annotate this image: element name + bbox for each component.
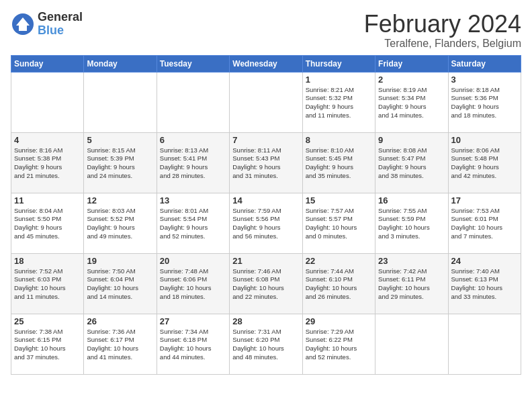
day-header-sunday: Sunday — [11, 55, 84, 72]
day-info: Sunrise: 7:40 AM Sunset: 6:13 PM Dayligh… — [451, 267, 518, 302]
day-header-saturday: Saturday — [448, 55, 521, 72]
calendar-cell: 5Sunrise: 8:15 AM Sunset: 5:39 PM Daylig… — [84, 132, 157, 193]
calendar-cell: 26Sunrise: 7:36 AM Sunset: 6:17 PM Dayli… — [84, 314, 157, 374]
week-row-3: 11Sunrise: 8:04 AM Sunset: 5:50 PM Dayli… — [11, 193, 521, 253]
day-number: 27 — [160, 316, 226, 326]
day-number: 23 — [378, 256, 445, 266]
day-number: 19 — [87, 256, 153, 266]
day-number: 15 — [306, 195, 372, 205]
day-number: 29 — [306, 316, 372, 326]
calendar-cell: 20Sunrise: 7:48 AM Sunset: 6:06 PM Dayli… — [157, 253, 229, 314]
day-number: 28 — [232, 316, 299, 326]
day-info: Sunrise: 7:55 AM Sunset: 5:59 PM Dayligh… — [378, 207, 445, 241]
calendar-cell: 21Sunrise: 7:46 AM Sunset: 6:08 PM Dayli… — [230, 253, 302, 314]
day-header-monday: Monday — [84, 55, 157, 72]
week-row-1: 1Sunrise: 8:21 AM Sunset: 5:32 PM Daylig… — [11, 72, 521, 132]
calendar-cell: 16Sunrise: 7:55 AM Sunset: 5:59 PM Dayli… — [375, 193, 448, 253]
day-info: Sunrise: 7:53 AM Sunset: 6:01 PM Dayligh… — [451, 207, 518, 241]
day-info: Sunrise: 8:04 AM Sunset: 5:50 PM Dayligh… — [14, 207, 81, 241]
day-info: Sunrise: 7:38 AM Sunset: 6:15 PM Dayligh… — [14, 328, 81, 362]
day-info: Sunrise: 7:46 AM Sunset: 6:08 PM Dayligh… — [232, 267, 299, 302]
day-info: Sunrise: 8:06 AM Sunset: 5:48 PM Dayligh… — [451, 146, 518, 181]
day-info: Sunrise: 7:52 AM Sunset: 6:03 PM Dayligh… — [14, 267, 81, 302]
calendar-cell — [375, 314, 448, 374]
calendar-cell: 9Sunrise: 8:08 AM Sunset: 5:47 PM Daylig… — [375, 132, 448, 193]
day-info: Sunrise: 7:36 AM Sunset: 6:17 PM Dayligh… — [87, 328, 153, 362]
day-info: Sunrise: 8:18 AM Sunset: 5:36 PM Dayligh… — [451, 86, 518, 120]
day-number: 2 — [378, 75, 445, 85]
calendar-cell — [84, 72, 157, 132]
day-number: 1 — [306, 75, 372, 85]
calendar-cell: 18Sunrise: 7:52 AM Sunset: 6:03 PM Dayli… — [11, 253, 84, 314]
day-info: Sunrise: 7:42 AM Sunset: 6:11 PM Dayligh… — [378, 267, 445, 302]
day-info: Sunrise: 7:59 AM Sunset: 5:56 PM Dayligh… — [232, 207, 299, 241]
calendar-cell — [230, 72, 302, 132]
calendar-cell: 10Sunrise: 8:06 AM Sunset: 5:48 PM Dayli… — [448, 132, 521, 193]
day-info: Sunrise: 8:11 AM Sunset: 5:43 PM Dayligh… — [232, 146, 299, 181]
day-info: Sunrise: 8:16 AM Sunset: 5:38 PM Dayligh… — [14, 146, 81, 181]
day-number: 4 — [14, 135, 81, 145]
day-number: 9 — [378, 135, 445, 145]
day-number: 12 — [87, 195, 153, 205]
day-number: 10 — [451, 135, 518, 145]
day-number: 8 — [306, 135, 372, 145]
week-row-2: 4Sunrise: 8:16 AM Sunset: 5:38 PM Daylig… — [11, 132, 521, 193]
day-info: Sunrise: 8:21 AM Sunset: 5:32 PM Dayligh… — [306, 86, 372, 120]
day-number: 5 — [87, 135, 153, 145]
week-row-5: 25Sunrise: 7:38 AM Sunset: 6:15 PM Dayli… — [11, 314, 521, 374]
calendar-cell: 27Sunrise: 7:34 AM Sunset: 6:18 PM Dayli… — [157, 314, 229, 374]
calendar-cell: 8Sunrise: 8:10 AM Sunset: 5:45 PM Daylig… — [302, 132, 375, 193]
day-number: 17 — [451, 195, 518, 205]
day-info: Sunrise: 7:34 AM Sunset: 6:18 PM Dayligh… — [160, 328, 226, 362]
day-info: Sunrise: 8:03 AM Sunset: 5:52 PM Dayligh… — [87, 207, 153, 241]
day-number: 16 — [378, 195, 445, 205]
calendar-cell: 3Sunrise: 8:18 AM Sunset: 5:36 PM Daylig… — [448, 72, 521, 132]
calendar-cell: 6Sunrise: 8:13 AM Sunset: 5:41 PM Daylig… — [157, 132, 229, 193]
calendar-cell — [448, 314, 521, 374]
day-headers: SundayMondayTuesdayWednesdayThursdayFrid… — [11, 55, 521, 72]
calendar-cell: 1Sunrise: 8:21 AM Sunset: 5:32 PM Daylig… — [302, 72, 375, 132]
day-header-tuesday: Tuesday — [157, 55, 229, 72]
calendar-cell: 19Sunrise: 7:50 AM Sunset: 6:04 PM Dayli… — [84, 253, 157, 314]
day-info: Sunrise: 8:13 AM Sunset: 5:41 PM Dayligh… — [160, 146, 226, 181]
day-header-wednesday: Wednesday — [230, 55, 302, 72]
day-number: 24 — [451, 256, 518, 266]
day-header-thursday: Thursday — [302, 55, 375, 72]
calendar-cell: 12Sunrise: 8:03 AM Sunset: 5:52 PM Dayli… — [84, 193, 157, 253]
day-number: 11 — [14, 195, 81, 205]
day-info: Sunrise: 8:01 AM Sunset: 5:54 PM Dayligh… — [160, 207, 226, 241]
day-info: Sunrise: 7:50 AM Sunset: 6:04 PM Dayligh… — [87, 267, 153, 302]
calendar-cell: 7Sunrise: 8:11 AM Sunset: 5:43 PM Daylig… — [230, 132, 302, 193]
day-number: 18 — [14, 256, 81, 266]
calendar-cell: 14Sunrise: 7:59 AM Sunset: 5:56 PM Dayli… — [230, 193, 302, 253]
day-number: 6 — [160, 135, 226, 145]
calendar-cell: 17Sunrise: 7:53 AM Sunset: 6:01 PM Dayli… — [448, 193, 521, 253]
day-info: Sunrise: 8:08 AM Sunset: 5:47 PM Dayligh… — [378, 146, 445, 181]
calendar-cell: 23Sunrise: 7:42 AM Sunset: 6:11 PM Dayli… — [375, 253, 448, 314]
calendar-title: February 2024 — [364, 11, 521, 38]
calendar-cell — [157, 72, 229, 132]
day-info: Sunrise: 8:15 AM Sunset: 5:39 PM Dayligh… — [87, 146, 153, 181]
calendar-cell: 28Sunrise: 7:31 AM Sunset: 6:20 PM Dayli… — [230, 314, 302, 374]
calendar-table: SundayMondayTuesdayWednesdayThursdayFrid… — [11, 55, 521, 375]
day-number: 7 — [232, 135, 299, 145]
day-info: Sunrise: 7:48 AM Sunset: 6:06 PM Dayligh… — [160, 267, 226, 302]
week-row-4: 18Sunrise: 7:52 AM Sunset: 6:03 PM Dayli… — [11, 253, 521, 314]
day-info: Sunrise: 7:44 AM Sunset: 6:10 PM Dayligh… — [306, 267, 372, 302]
day-info: Sunrise: 7:29 AM Sunset: 6:22 PM Dayligh… — [306, 328, 372, 362]
day-number: 25 — [14, 316, 81, 326]
calendar-cell: 4Sunrise: 8:16 AM Sunset: 5:38 PM Daylig… — [11, 132, 84, 193]
day-number: 13 — [160, 195, 226, 205]
calendar-cell: 24Sunrise: 7:40 AM Sunset: 6:13 PM Dayli… — [448, 253, 521, 314]
day-header-friday: Friday — [375, 55, 448, 72]
day-info: Sunrise: 8:19 AM Sunset: 5:34 PM Dayligh… — [378, 86, 445, 120]
calendar-cell — [11, 72, 84, 132]
logo: General Blue — [11, 11, 83, 38]
calendar-subtitle: Teralfene, Flanders, Belgium — [364, 38, 521, 50]
calendar-cell: 15Sunrise: 7:57 AM Sunset: 5:57 PM Dayli… — [302, 193, 375, 253]
calendar-cell: 13Sunrise: 8:01 AM Sunset: 5:54 PM Dayli… — [157, 193, 229, 253]
day-info: Sunrise: 8:10 AM Sunset: 5:45 PM Dayligh… — [306, 146, 372, 181]
day-info: Sunrise: 7:57 AM Sunset: 5:57 PM Dayligh… — [306, 207, 372, 241]
calendar-cell: 2Sunrise: 8:19 AM Sunset: 5:34 PM Daylig… — [375, 72, 448, 132]
day-number: 14 — [232, 195, 299, 205]
